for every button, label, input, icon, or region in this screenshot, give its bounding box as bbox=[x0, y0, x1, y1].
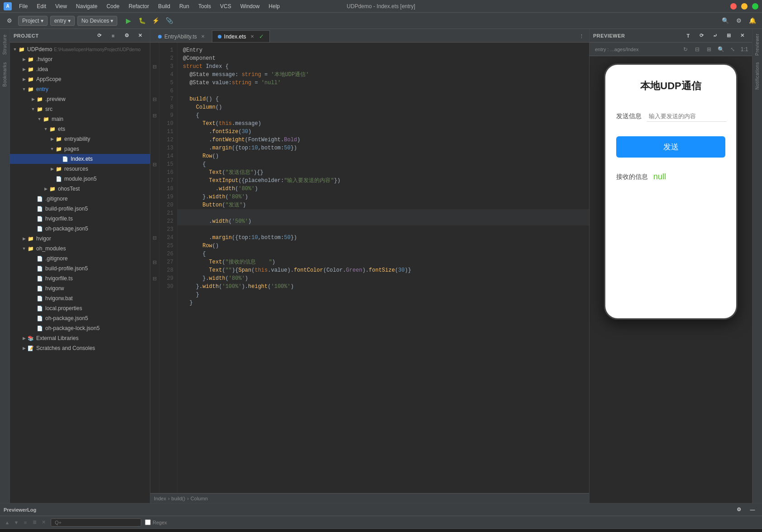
tree-item-index-ets[interactable]: ▶ 📄 Index.ets bbox=[10, 154, 150, 164]
tab-close-btn[interactable]: ✕ bbox=[200, 34, 206, 40]
menu-navigate[interactable]: Navigate bbox=[72, 2, 101, 10]
tree-item-resources[interactable]: ▶ 📁 resources bbox=[10, 164, 150, 174]
previewer-settings-btn[interactable]: T bbox=[682, 30, 694, 42]
gutter-3[interactable]: ⊟ bbox=[150, 62, 159, 71]
tree-item-gitignore-root[interactable]: ▶ 📄 .gitignore bbox=[10, 254, 150, 264]
menu-vcs[interactable]: VCS bbox=[216, 2, 235, 10]
debug-btn[interactable]: 🐛 bbox=[136, 15, 148, 27]
menu-tools[interactable]: Tools bbox=[195, 2, 215, 10]
previewer-rotate-btn[interactable]: ⤾ bbox=[709, 30, 721, 42]
tree-item-scratches[interactable]: ▶ 📝 Scratches and Consoles bbox=[10, 343, 150, 353]
menu-refactor[interactable]: Refactor bbox=[125, 2, 153, 10]
code-editor[interactable]: @Entry @Component struct Index { @State … bbox=[177, 43, 589, 493]
gutter-7[interactable]: ⊟ bbox=[150, 95, 159, 103]
bookmarks-tab[interactable]: Bookmarks bbox=[1, 58, 8, 91]
tree-item-external-libs[interactable]: ▶ 📚 External Libraries bbox=[10, 333, 150, 343]
previewer-grid-btn[interactable]: ⊞ bbox=[723, 30, 735, 42]
tree-item-hvigorfile-root[interactable]: ▶ 📄 hvigorfile.ts bbox=[10, 273, 150, 283]
gutter-15[interactable]: ⊟ bbox=[150, 160, 159, 168]
tree-item-src[interactable]: ▼ 📁 src bbox=[10, 104, 150, 114]
tree-item-pages[interactable]: ▼ 📁 pages bbox=[10, 144, 150, 154]
tree-item-oh-modules[interactable]: ▼ 📁 oh_modules bbox=[10, 244, 150, 254]
breadcrumb-column[interactable]: Column bbox=[191, 496, 208, 501]
breadcrumb-index[interactable]: Index bbox=[154, 496, 166, 501]
prev-icon-6[interactable]: 1:1 bbox=[739, 44, 749, 54]
tree-item-build-profile-root[interactable]: ▶ 📄 build-profile.json5 bbox=[10, 264, 150, 273]
right-tab-previewer[interactable]: Previewer bbox=[754, 31, 761, 58]
tree-item-entryability[interactable]: ▶ 📁 entryability bbox=[10, 134, 150, 144]
tree-item-entry[interactable]: ▼ 📁 entry bbox=[10, 84, 150, 94]
settings-btn[interactable]: ⚙ bbox=[4, 15, 15, 27]
prev-icon-1[interactable]: ↻ bbox=[681, 44, 690, 54]
prev-icon-4[interactable]: 🔍 bbox=[716, 44, 726, 54]
win-close-btn[interactable] bbox=[730, 3, 737, 10]
tree-item-preview[interactable]: ▶ 📁 .preview bbox=[10, 94, 150, 104]
ruler-icon-2[interactable]: ≣ bbox=[31, 519, 38, 526]
menu-build[interactable]: Build bbox=[154, 2, 174, 10]
gutter-9[interactable]: ⊟ bbox=[150, 111, 159, 120]
prev-icon-2[interactable]: ⊟ bbox=[692, 44, 702, 54]
panel-icon-sync[interactable]: ⟳ bbox=[94, 30, 105, 42]
bottom-close-btn[interactable]: — bbox=[747, 504, 758, 516]
tree-item-local-properties[interactable]: ▶ 📄 local.properties bbox=[10, 303, 150, 313]
gutter-24[interactable]: ⊟ bbox=[150, 234, 159, 242]
structure-tab[interactable]: Structure bbox=[1, 31, 8, 58]
menu-run[interactable]: Run bbox=[176, 2, 193, 10]
right-tab-notifications[interactable]: Notifications bbox=[754, 59, 761, 92]
gutter-27[interactable]: ⊟ bbox=[150, 258, 159, 266]
search-everywhere-btn[interactable]: 🔍 bbox=[719, 15, 731, 27]
panel-icon-list[interactable]: ≡ bbox=[107, 30, 119, 42]
tree-item-main[interactable]: ▼ 📁 main bbox=[10, 114, 150, 124]
win-max-btn[interactable] bbox=[752, 3, 758, 10]
prev-icon-5[interactable]: ⤡ bbox=[728, 44, 738, 54]
ruler-icon-1[interactable]: ≡ bbox=[22, 519, 29, 526]
phone-send-button[interactable]: 发送 bbox=[616, 136, 725, 158]
phone-send-input[interactable] bbox=[647, 111, 727, 122]
ruler-icon-3[interactable]: ✕ bbox=[40, 519, 47, 526]
run-btn[interactable]: ▶ bbox=[123, 15, 134, 27]
tree-item-oh-package[interactable]: ▶ 📄 oh-package.json5 bbox=[10, 224, 150, 234]
menu-view[interactable]: View bbox=[52, 2, 71, 10]
previewer-refresh-btn[interactable]: ⟳ bbox=[696, 30, 708, 42]
editor-btn-1[interactable]: ⋮ bbox=[575, 30, 587, 42]
tree-item-gitignore-entry[interactable]: ▶ 📄 .gitignore bbox=[10, 194, 150, 204]
menu-edit[interactable]: Edit bbox=[33, 2, 50, 10]
ruler-up-btn[interactable]: ▲ bbox=[4, 519, 11, 526]
tree-item-hvigor[interactable]: ▶ 📁 .hvigor bbox=[10, 54, 150, 64]
tree-item-build-profile[interactable]: ▶ 📄 build-profile.json5 bbox=[10, 204, 150, 214]
project-selector[interactable]: Project ▾ bbox=[18, 16, 48, 26]
tree-item-ets[interactable]: ▼ 📁 ets bbox=[10, 124, 150, 134]
no-devices-selector[interactable]: No Devices ▾ bbox=[77, 16, 118, 26]
breadcrumb-build[interactable]: build() bbox=[172, 496, 186, 501]
prev-icon-3[interactable]: ⊞ bbox=[704, 44, 714, 54]
menu-window[interactable]: Window bbox=[237, 2, 264, 10]
bottom-settings-btn[interactable]: ⚙ bbox=[733, 504, 745, 516]
menu-code[interactable]: Code bbox=[103, 2, 123, 10]
tree-item-hvigorw[interactable]: ▶ 📄 hvigorw bbox=[10, 283, 150, 293]
gutter-29[interactable]: ⊟ bbox=[150, 274, 159, 283]
menu-file[interactable]: File bbox=[15, 2, 31, 10]
tab-close-btn[interactable]: ✕ bbox=[249, 34, 255, 40]
tree-item-ohostest[interactable]: ▶ 📁 ohosTest bbox=[10, 184, 150, 194]
ruler-down-btn[interactable]: ▼ bbox=[13, 519, 20, 526]
tree-item-hvigor-root[interactable]: ▶ 📁 hvigor bbox=[10, 234, 150, 244]
win-min-btn[interactable] bbox=[741, 3, 748, 10]
previewer-close-btn[interactable]: ✕ bbox=[737, 30, 748, 42]
regex-checkbox[interactable] bbox=[145, 519, 151, 525]
tree-item-hvigorfile-ts[interactable]: ▶ 📄 hvigorfile.ts bbox=[10, 214, 150, 224]
tree-item-idea[interactable]: ▶ 📁 .idea bbox=[10, 64, 150, 74]
notification-btn[interactable]: 🔔 bbox=[747, 15, 758, 27]
settings-gear-btn[interactable]: ⚙ bbox=[733, 15, 745, 27]
log-search-input[interactable] bbox=[51, 518, 141, 527]
profile-btn[interactable]: ⚡ bbox=[150, 15, 162, 27]
tree-item-udpdemo[interactable]: ▼ 📁 UDPdemo E:\Huawei\openHarmonyProject… bbox=[10, 44, 150, 54]
tree-item-hvigorw-bat[interactable]: ▶ 📄 hvigorw.bat bbox=[10, 293, 150, 303]
tree-item-appscope[interactable]: ▶ 📁 AppScope bbox=[10, 74, 150, 84]
attach-btn[interactable]: 📎 bbox=[163, 15, 175, 27]
menu-help[interactable]: Help bbox=[265, 2, 283, 10]
tree-item-oh-package-lock[interactable]: ▶ 📄 oh-package-lock.json5 bbox=[10, 323, 150, 333]
tree-item-oh-package-root[interactable]: ▶ 📄 oh-package.json5 bbox=[10, 313, 150, 323]
tree-item-module-json[interactable]: ▶ 📄 module.json5 bbox=[10, 174, 150, 184]
tab-entry-ability[interactable]: EntryAbility.ts ✕ bbox=[152, 30, 212, 42]
panel-icon-settings[interactable]: ⚙ bbox=[121, 30, 133, 42]
